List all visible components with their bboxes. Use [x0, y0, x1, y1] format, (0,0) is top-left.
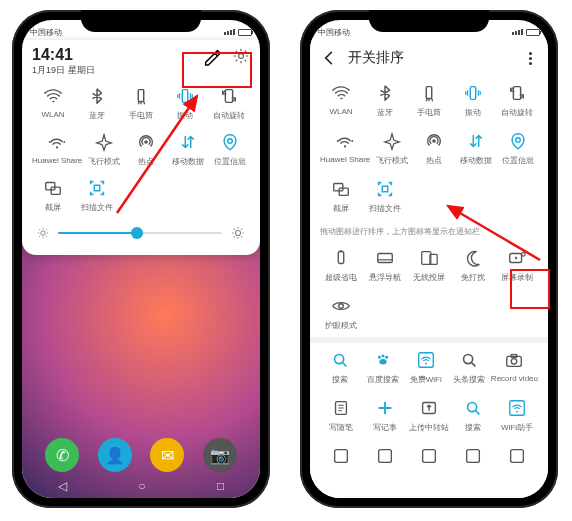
tile-superpower[interactable]: 超级省电	[320, 245, 362, 285]
tile-autorotate[interactable]: 自动旋转	[208, 83, 250, 123]
wlan-icon[interactable]	[42, 85, 64, 107]
search2-icon[interactable]	[462, 397, 484, 419]
recordvideo-icon[interactable]	[503, 349, 525, 371]
autorotate-icon[interactable]	[218, 85, 240, 107]
edit-icon[interactable]	[202, 46, 222, 66]
dock-messages-icon[interactable]: ✉	[150, 438, 184, 472]
scan-icon[interactable]	[86, 177, 108, 199]
bluetooth-icon[interactable]	[86, 85, 108, 107]
hotspot-icon[interactable]	[135, 131, 157, 153]
tile-misc5[interactable]	[496, 443, 538, 472]
tile-bluetooth[interactable]: 蓝牙	[364, 80, 406, 120]
misc3-icon[interactable]	[418, 445, 440, 467]
tile-location[interactable]: 位置信息	[210, 129, 250, 169]
tile-huaweishare[interactable]: Huawei Share	[32, 129, 82, 169]
tile-airplane[interactable]: 飞行模式	[84, 129, 124, 169]
tile-misc2[interactable]	[364, 443, 406, 472]
tile-flashlight[interactable]: 手电筒	[120, 83, 162, 123]
tile-misc1[interactable]	[320, 443, 362, 472]
mobiledata-icon[interactable]	[465, 130, 487, 152]
tile-wifihelper[interactable]: WiFi助手	[496, 395, 538, 435]
nav-recent-icon[interactable]: □	[217, 479, 224, 493]
eyecare-icon[interactable]	[330, 295, 352, 317]
uploadstation-icon[interactable]	[418, 397, 440, 419]
huaweishare-icon[interactable]	[334, 130, 356, 152]
airplane-icon[interactable]	[381, 130, 403, 152]
tile-screenshot[interactable]: 截屏	[320, 176, 362, 216]
tile-airplane[interactable]: 飞行模式	[372, 128, 412, 168]
dock-contacts-icon[interactable]: 👤	[98, 438, 132, 472]
tile-baidu[interactable]: 百度搜索	[363, 347, 404, 387]
nav-home-icon[interactable]: ○	[138, 479, 145, 493]
dock-phone-icon[interactable]: ✆	[45, 438, 79, 472]
screenrecord-icon[interactable]	[506, 247, 528, 269]
writediary-icon[interactable]	[330, 397, 352, 419]
wirelesscast-icon[interactable]	[418, 247, 440, 269]
bluetooth-icon[interactable]	[374, 82, 396, 104]
tile-mobiledata[interactable]: 移动数据	[168, 129, 208, 169]
flashlight-icon[interactable]	[418, 82, 440, 104]
tile-vibrate[interactable]: 振动	[164, 83, 206, 123]
tile-flashlight[interactable]: 手电筒	[408, 80, 450, 120]
vibrate-icon[interactable]	[462, 82, 484, 104]
tile-misc4[interactable]	[452, 443, 494, 472]
tile-hotspot[interactable]: 热点	[126, 129, 166, 169]
tile-mobiledata[interactable]: 移动数据	[456, 128, 496, 168]
floatnav-icon[interactable]	[374, 247, 396, 269]
tile-dnd[interactable]: 免打扰	[452, 245, 494, 285]
tile-scan[interactable]: 扫描文件	[364, 176, 406, 216]
tile-location[interactable]: 位置信息	[498, 128, 538, 168]
flashlight-icon[interactable]	[130, 85, 152, 107]
freewifi-icon[interactable]	[415, 349, 437, 371]
huaweishare-icon[interactable]	[46, 131, 68, 153]
more-icon[interactable]	[522, 52, 538, 65]
wlan-icon[interactable]	[330, 82, 352, 104]
superpower-icon[interactable]	[330, 247, 352, 269]
tile-autorotate[interactable]: 自动旋转	[496, 80, 538, 120]
tile-wlan[interactable]: WLAN	[32, 83, 74, 123]
location-icon[interactable]	[507, 130, 529, 152]
scan-icon[interactable]	[374, 178, 396, 200]
wifihelper-icon[interactable]	[506, 397, 528, 419]
slider-track[interactable]	[58, 232, 222, 234]
tile-scan[interactable]: 扫描文件	[76, 175, 118, 215]
tile-screenrecord[interactable]: 屏幕录制	[496, 245, 538, 285]
vibrate-icon[interactable]	[174, 85, 196, 107]
tile-writediary[interactable]: 写随笔	[320, 395, 362, 435]
tile-search[interactable]: 搜索	[320, 347, 361, 387]
tile-news[interactable]: 头条搜索	[448, 347, 489, 387]
tile-recordvideo[interactable]: Record video	[491, 347, 538, 387]
screenshot-icon[interactable]	[330, 178, 352, 200]
misc2-icon[interactable]	[374, 445, 396, 467]
tile-misc3[interactable]	[408, 443, 450, 472]
dock-camera-icon[interactable]: 📷	[203, 438, 237, 472]
back-icon[interactable]	[320, 49, 338, 67]
tile-eyecare[interactable]: 护眼模式	[320, 293, 362, 333]
tile-screenshot[interactable]: 截屏	[32, 175, 74, 215]
tile-uploadstation[interactable]: 上传中转站	[408, 395, 450, 435]
screenshot-icon[interactable]	[42, 177, 64, 199]
tile-hotspot[interactable]: 热点	[414, 128, 454, 168]
airplane-icon[interactable]	[93, 131, 115, 153]
tile-floatnav[interactable]: 悬浮导航	[364, 245, 406, 285]
tile-huaweishare[interactable]: Huawei Share	[320, 128, 370, 168]
tile-search2[interactable]: 搜索	[452, 395, 494, 435]
writenote-icon[interactable]	[374, 397, 396, 419]
tile-bluetooth[interactable]: 蓝牙	[76, 83, 118, 123]
tile-writenote[interactable]: 写记事	[364, 395, 406, 435]
tile-wlan[interactable]: WLAN	[320, 80, 362, 120]
baidu-icon[interactable]	[372, 349, 394, 371]
news-icon[interactable]	[458, 349, 480, 371]
settings-icon[interactable]	[232, 47, 250, 65]
hotspot-icon[interactable]	[423, 130, 445, 152]
misc1-icon[interactable]	[330, 445, 352, 467]
misc4-icon[interactable]	[462, 445, 484, 467]
misc5-icon[interactable]	[506, 445, 528, 467]
brightness-slider[interactable]	[32, 225, 250, 241]
tile-vibrate[interactable]: 振动	[452, 80, 494, 120]
autorotate-icon[interactable]	[506, 82, 528, 104]
search-icon[interactable]	[329, 349, 351, 371]
tile-wirelesscast[interactable]: 无线投屏	[408, 245, 450, 285]
location-icon[interactable]	[219, 131, 241, 153]
nav-back-icon[interactable]: ◁	[58, 479, 67, 493]
